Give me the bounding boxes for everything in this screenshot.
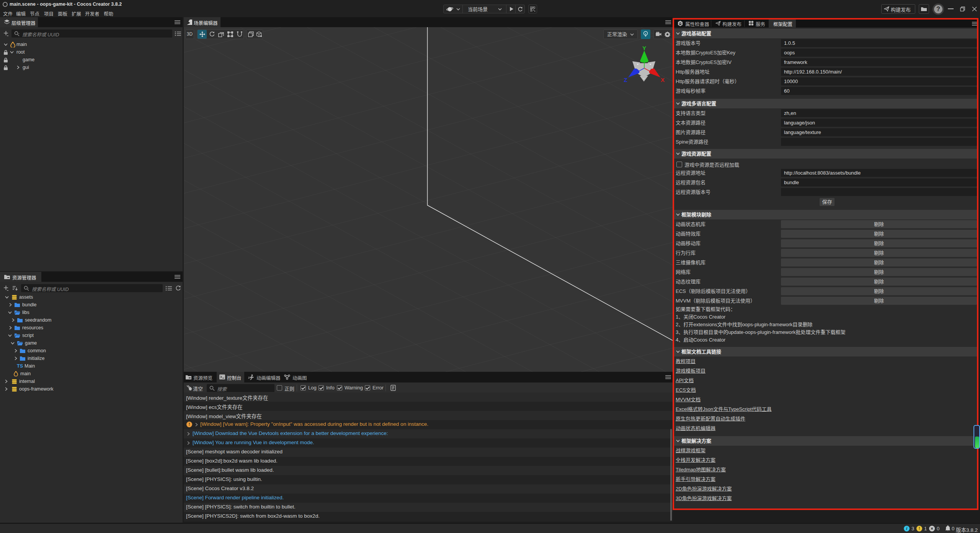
svg-text:X: X [661, 77, 665, 83]
svg-text:Y: Y [642, 45, 646, 51]
svg-text:Z: Z [624, 77, 627, 83]
